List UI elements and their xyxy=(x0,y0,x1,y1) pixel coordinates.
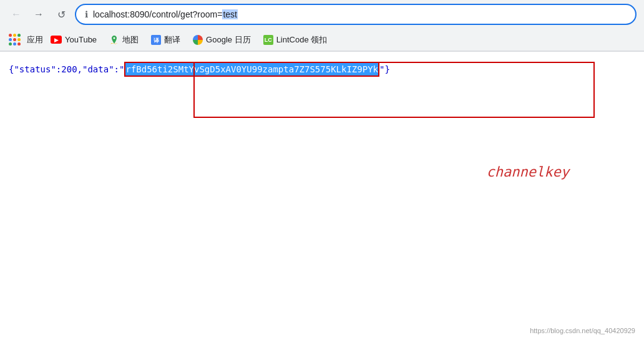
youtube-bookmark[interactable]: ▶ YouTube xyxy=(46,33,102,46)
apps-label[interactable]: 应用 xyxy=(27,34,43,46)
map-icon xyxy=(109,35,119,45)
translate-label: 翻译 xyxy=(164,34,180,46)
nav-bar: ← → ↺ ℹ localhost:8090/control/get?room=… xyxy=(0,0,644,29)
map-label: 地图 xyxy=(122,34,139,46)
json-response: {"status":200,"data":"rfBd56ti2SMtYvSgD5… xyxy=(9,64,635,74)
url-base: localhost:8090/control/get?room= xyxy=(93,9,222,19)
bookmarks-bar: 应用 ▶ YouTube 地图 译 翻译 xyxy=(0,29,644,51)
svg-point-0 xyxy=(114,37,115,39)
apps-grid-icon[interactable] xyxy=(9,34,21,46)
url-highlight: test xyxy=(222,9,238,19)
address-bar[interactable]: ℹ localhost:8090/control/get?room=test xyxy=(75,4,637,25)
lintcode-icon: LC xyxy=(263,35,273,45)
lintcode-bookmark[interactable]: LC LintCode 领扣 xyxy=(258,32,333,47)
reload-button[interactable]: ↺ xyxy=(52,6,70,23)
json-area: {"status":200,"data":"rfBd56ti2SMtYvSgD5… xyxy=(9,64,635,74)
translate-icon: 译 xyxy=(151,35,161,45)
forward-button[interactable]: → xyxy=(30,6,47,23)
map-bookmark[interactable]: 地图 xyxy=(104,32,144,47)
page-content: {"status":200,"data":"rfBd56ti2SMtYvSgD5… xyxy=(0,52,644,340)
address-text: localhost:8090/control/get?room=test xyxy=(93,9,627,19)
browser-chrome: ← → ↺ ℹ localhost:8090/control/get?room=… xyxy=(0,0,644,52)
watermark: https://blog.csdn.net/qq_40420929 xyxy=(530,327,635,334)
youtube-icon: ▶ xyxy=(51,36,62,44)
google-label: Google 日历 xyxy=(206,34,251,46)
json-value[interactable]: rfBd56ti2SMtYvSgD5xAV0YU99zampta7Z7S575K… xyxy=(124,62,379,77)
lintcode-label: LintCode 领扣 xyxy=(276,34,328,46)
back-button[interactable]: ← xyxy=(7,6,25,23)
google-cal-bookmark[interactable]: Google 日历 xyxy=(188,32,256,47)
json-suffix: "} xyxy=(379,64,390,74)
svg-text:译: 译 xyxy=(154,37,160,44)
json-prefix: {"status":200,"data":" xyxy=(9,64,124,74)
channelkey-label: channelkey xyxy=(487,164,569,180)
google-icon xyxy=(193,35,203,45)
secure-icon: ℹ xyxy=(85,9,88,19)
youtube-label: YouTube xyxy=(65,35,97,44)
translate-bookmark[interactable]: 译 翻译 xyxy=(146,32,185,47)
